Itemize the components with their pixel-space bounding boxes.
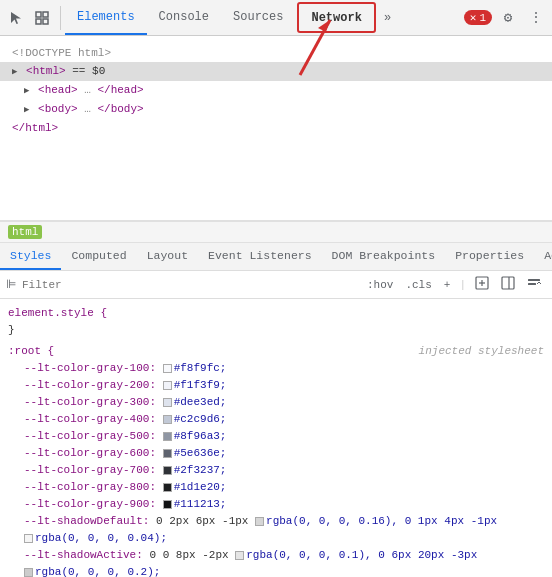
- subtab-accessibility[interactable]: Accessibility: [534, 243, 552, 270]
- css-block-root: :root { injected stylesheet --lt-color-g…: [8, 343, 544, 577]
- tab-more[interactable]: »: [378, 0, 397, 35]
- svg-rect-3: [43, 19, 48, 24]
- swatch-gray-800[interactable]: [163, 483, 172, 492]
- swatch-gray-700[interactable]: [163, 466, 172, 475]
- svg-rect-12: [528, 283, 536, 285]
- swatch-gray-600[interactable]: [163, 449, 172, 458]
- css-property-shadow-active: --lt-shadowActive: 0 0 8px -2px rgba(0, …: [8, 547, 544, 577]
- subtab-event-listeners[interactable]: Event Listeners: [198, 243, 322, 270]
- filter-input[interactable]: [22, 279, 356, 291]
- swatch-gray-100[interactable]: [163, 364, 172, 373]
- svg-rect-9: [502, 277, 514, 289]
- filter-bar: ⊫ :hov .cls + |: [0, 271, 552, 299]
- toolbar-right: ✕ 1 ⚙ ⋮: [460, 6, 548, 30]
- tab-console[interactable]: Console: [147, 0, 221, 35]
- breadcrumb-bar: html: [0, 221, 552, 243]
- css-selector-element-style: element.style {: [8, 305, 544, 322]
- code-line-body: ▶ <body> … </body>: [0, 100, 552, 119]
- css-property-gray-200: --lt-color-gray-200: #f1f3f9;: [8, 377, 544, 394]
- css-block-element-style: element.style { }: [8, 305, 544, 339]
- svg-rect-1: [43, 12, 48, 17]
- breadcrumb-html[interactable]: html: [8, 225, 42, 239]
- css-property-gray-900: --lt-color-gray-900: #111213;: [8, 496, 544, 513]
- code-line-head: ▶ <head> … </head>: [0, 81, 552, 100]
- css-panel[interactable]: element.style { } :root { injected style…: [0, 299, 552, 577]
- swatch-gray-300[interactable]: [163, 398, 172, 407]
- swatch-gray-900[interactable]: [163, 500, 172, 509]
- settings-icon[interactable]: ⚙: [496, 6, 520, 30]
- toggle-sidebar-icon[interactable]: [496, 274, 520, 295]
- wrap-icon[interactable]: [522, 274, 546, 295]
- subtab-computed[interactable]: Computed: [61, 243, 136, 270]
- new-style-rule-icon[interactable]: [470, 274, 494, 295]
- expand-html-icon[interactable]: ▶: [12, 64, 17, 80]
- svg-rect-2: [36, 19, 41, 24]
- devtools-container: Elements Console Sources Network » ✕ 1 ⚙…: [0, 0, 552, 577]
- tab-network[interactable]: Network: [297, 2, 375, 33]
- css-property-gray-400: --lt-color-gray-400: #c2c9d6;: [8, 411, 544, 428]
- cursor-icon[interactable]: [4, 6, 28, 30]
- swatch-shadow-default-1[interactable]: [255, 517, 264, 526]
- swatch-gray-400[interactable]: [163, 415, 172, 424]
- code-line-html-close: </html>: [0, 119, 552, 137]
- subtab-bar: Styles Computed Layout Event Listeners D…: [0, 243, 552, 271]
- add-rule-button[interactable]: +: [439, 277, 456, 293]
- swatch-gray-500[interactable]: [163, 432, 172, 441]
- swatch-gray-200[interactable]: [163, 381, 172, 390]
- css-property-gray-300: --lt-color-gray-300: #dee3ed;: [8, 394, 544, 411]
- swatch-shadow-active-2[interactable]: [24, 568, 33, 577]
- main-content: <!DOCTYPE html> ▶ <html> == $0 ▶ <head> …: [0, 36, 552, 577]
- subtab-layout[interactable]: Layout: [137, 243, 198, 270]
- css-property-shadow-default: --lt-shadowDefault: 0 2px 6px -1px rgba(…: [8, 513, 544, 547]
- swatch-shadow-active-1[interactable]: [235, 551, 244, 560]
- subtab-dom-breakpoints[interactable]: DOM Breakpoints: [322, 243, 446, 270]
- injected-stylesheet-label: injected stylesheet: [419, 343, 544, 360]
- css-property-gray-600: --lt-color-gray-600: #5e636e;: [8, 445, 544, 462]
- toolbar-icon-group: [4, 6, 61, 30]
- expand-head-icon[interactable]: ▶: [24, 83, 29, 99]
- cls-button[interactable]: .cls: [400, 277, 436, 293]
- css-property-gray-100: --lt-color-gray-100: #f8f9fc;: [8, 360, 544, 377]
- css-property-gray-800: --lt-color-gray-800: #1d1e20;: [8, 479, 544, 496]
- code-panel: <!DOCTYPE html> ▶ <html> == $0 ▶ <head> …: [0, 36, 552, 221]
- css-property-gray-500: --lt-color-gray-500: #8f96a3;: [8, 428, 544, 445]
- svg-rect-11: [528, 279, 540, 281]
- expand-body-icon[interactable]: ▶: [24, 102, 29, 118]
- svg-rect-0: [36, 12, 41, 17]
- code-line-doctype: <!DOCTYPE html>: [0, 44, 552, 62]
- filter-buttons: :hov .cls + |: [362, 274, 546, 295]
- subtab-properties[interactable]: Properties: [445, 243, 534, 270]
- code-line-html[interactable]: ▶ <html> == $0: [0, 62, 552, 81]
- tab-sources[interactable]: Sources: [221, 0, 295, 35]
- inspect-icon[interactable]: [30, 6, 54, 30]
- error-badge: ✕ 1: [464, 10, 492, 25]
- error-x-icon: ✕: [470, 11, 477, 24]
- css-property-gray-700: --lt-color-gray-700: #2f3237;: [8, 462, 544, 479]
- tab-elements[interactable]: Elements: [65, 0, 147, 35]
- tab-bar: Elements Console Sources Network »: [65, 0, 460, 35]
- more-options-icon[interactable]: ⋮: [524, 6, 548, 30]
- main-toolbar: Elements Console Sources Network » ✕ 1 ⚙…: [0, 0, 552, 36]
- swatch-shadow-default-2[interactable]: [24, 534, 33, 543]
- filter-icon: ⊫: [6, 277, 16, 292]
- hov-button[interactable]: :hov: [362, 277, 398, 293]
- subtab-styles[interactable]: Styles: [0, 243, 61, 270]
